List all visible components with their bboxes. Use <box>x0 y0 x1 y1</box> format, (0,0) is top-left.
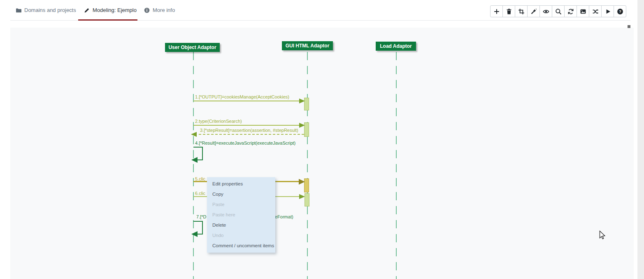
message-1-line[interactable] <box>193 101 299 101</box>
run-button[interactable] <box>601 5 614 17</box>
message-1-label[interactable]: 1.[*OUTPUT]=cookiesManage(AcceptCookies) <box>195 94 289 99</box>
preview-button[interactable] <box>539 5 552 17</box>
image-icon <box>580 8 586 15</box>
message-7-line-bottom <box>197 234 203 234</box>
menu-item-copy[interactable]: Copy <box>207 189 275 199</box>
message-3-line[interactable] <box>199 134 304 135</box>
lifeline-header-user-object-adaptor[interactable]: User Object Adaptor <box>165 43 220 52</box>
help-button[interactable]: ? <box>614 5 626 17</box>
diagram-toolbar: ? <box>490 5 626 17</box>
folder-icon <box>16 7 21 13</box>
message-3-arrowhead <box>191 132 197 137</box>
tab-label: Modeling: Ejemplo <box>93 7 137 13</box>
menu-item-edit-properties[interactable]: Edit properties <box>207 179 275 189</box>
trash-icon <box>506 8 512 15</box>
tab-label: More info <box>153 7 175 13</box>
magic-wand-icon <box>530 8 537 15</box>
message-2-arrowhead <box>299 123 305 128</box>
shuffle-button[interactable] <box>589 5 602 17</box>
crop-button[interactable] <box>515 5 528 17</box>
active-tab-underline <box>78 19 137 21</box>
lifeline-user-object-adaptor[interactable] <box>193 52 194 279</box>
menu-item-undo: Undo <box>207 230 275 241</box>
search-icon <box>555 8 562 15</box>
message-4-line-bottom <box>197 159 203 160</box>
add-button[interactable] <box>490 5 503 17</box>
menu-item-comment-uncomment[interactable]: Comment / uncomment items <box>207 241 275 251</box>
message-3-label[interactable]: 3.[*stepResult]=assertion(assertion, #st… <box>200 128 298 133</box>
shuffle-icon <box>592 8 599 15</box>
tab-label: Domains and projects <box>24 7 76 13</box>
play-icon <box>604 8 611 15</box>
message-4-line-right <box>202 147 203 160</box>
message-7-line-right <box>202 221 203 234</box>
refresh-icon <box>567 8 574 15</box>
svg-text:?: ? <box>619 9 621 14</box>
info-icon <box>144 7 150 13</box>
message-2-label[interactable]: 2.type(CriterionSearch) <box>195 119 242 124</box>
app-window: Domains and projects Modeling: Ejemplo M… <box>0 0 644 279</box>
message-7-arrowhead <box>191 231 198 237</box>
message-4-label[interactable]: 4.[*Result]=executeJavaScript(executeJav… <box>195 141 295 145</box>
message-5-label[interactable]: 5.clic <box>195 176 205 181</box>
pencil-icon <box>84 7 90 13</box>
message-4-arrowhead <box>191 157 198 163</box>
message-7-label-left[interactable]: 7.[*D <box>196 214 206 219</box>
refresh-button[interactable] <box>564 5 577 17</box>
context-menu: Edit properties Copy Paste Paste here De… <box>207 177 275 253</box>
message-5-arrowhead <box>299 179 305 185</box>
message-7-line-top[interactable] <box>193 221 203 222</box>
lifeline-header-gui-html-adaptor[interactable]: GUI HTML Adaptor <box>282 41 333 50</box>
eye-icon <box>543 8 549 15</box>
message-7-label-right[interactable]: eFormat) <box>275 214 293 219</box>
message-6-label[interactable]: 6.clic <box>195 191 205 196</box>
export-image-button[interactable] <box>577 5 589 17</box>
diagram-canvas[interactable] <box>10 28 634 279</box>
magic-wand-button[interactable] <box>527 5 540 17</box>
help-icon: ? <box>617 8 623 15</box>
message-6-arrowhead <box>299 194 305 199</box>
message-2-line[interactable] <box>193 125 299 126</box>
tab-modeling-ejemplo[interactable]: Modeling: Ejemplo <box>84 0 137 20</box>
lifeline-header-load-adaptor[interactable]: Load Adaptor <box>376 42 416 51</box>
crop-icon <box>518 8 525 15</box>
message-4-line-top[interactable] <box>193 147 203 148</box>
menu-item-paste-here: Paste here <box>207 210 275 220</box>
delete-button[interactable] <box>502 5 515 17</box>
vertical-scrollbar[interactable] <box>637 0 644 279</box>
lifeline-load-adaptor[interactable] <box>396 52 397 279</box>
mouse-cursor-icon <box>599 230 606 240</box>
search-button[interactable] <box>552 5 565 17</box>
canvas-resize-handle[interactable] <box>628 25 630 28</box>
menu-item-delete[interactable]: Delete <box>207 220 275 230</box>
activation-bar[interactable] <box>305 193 309 206</box>
message-1-arrowhead <box>299 98 305 103</box>
tab-more-info[interactable]: More info <box>144 0 175 20</box>
lifeline-gui-html-adaptor[interactable] <box>307 52 308 279</box>
plus-icon <box>493 8 500 15</box>
tab-domains-and-projects[interactable]: Domains and projects <box>16 0 76 20</box>
menu-item-paste: Paste <box>207 199 275 210</box>
